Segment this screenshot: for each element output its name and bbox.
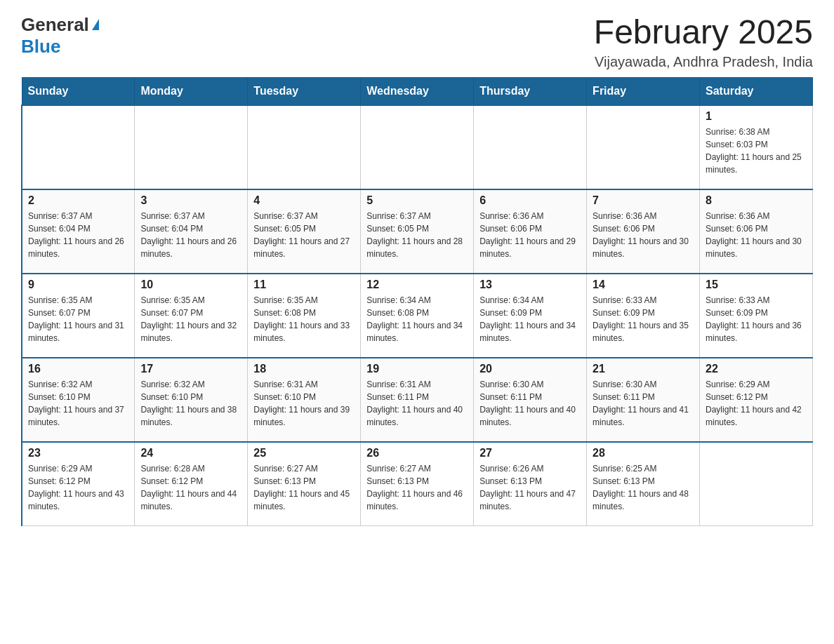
- logo: General Blue: [21, 14, 99, 58]
- day-number: 27: [479, 447, 581, 459]
- day-of-week-header: Thursday: [474, 77, 587, 105]
- day-info: Sunrise: 6:36 AM Sunset: 6:06 PM Dayligh…: [706, 210, 807, 260]
- logo-blue-text: Blue: [21, 36, 60, 57]
- day-info: Sunrise: 6:32 AM Sunset: 6:10 PM Dayligh…: [140, 378, 241, 429]
- day-info: Sunrise: 6:34 AM Sunset: 6:09 PM Dayligh…: [479, 294, 581, 344]
- logo-general-text: General: [21, 14, 89, 36]
- day-info: Sunrise: 6:25 AM Sunset: 6:13 PM Dayligh…: [593, 462, 694, 513]
- day-info: Sunrise: 6:32 AM Sunset: 6:10 PM Dayligh…: [28, 378, 128, 429]
- day-info: Sunrise: 6:27 AM Sunset: 6:13 PM Dayligh…: [366, 462, 468, 513]
- calendar-cell: 17Sunrise: 6:32 AM Sunset: 6:10 PM Dayli…: [135, 358, 248, 442]
- day-number: 20: [479, 363, 581, 375]
- calendar-week-row: 1Sunrise: 6:38 AM Sunset: 6:03 PM Daylig…: [22, 105, 813, 189]
- calendar-cell: [474, 105, 587, 189]
- calendar-cell: 12Sunrise: 6:34 AM Sunset: 6:08 PM Dayli…: [361, 274, 474, 358]
- calendar-cell: 14Sunrise: 6:33 AM Sunset: 6:09 PM Dayli…: [587, 274, 700, 358]
- calendar-cell: 27Sunrise: 6:26 AM Sunset: 6:13 PM Dayli…: [474, 442, 587, 526]
- day-number: 23: [28, 447, 128, 459]
- calendar-cell: 9Sunrise: 6:35 AM Sunset: 6:07 PM Daylig…: [22, 274, 135, 358]
- day-number: 8: [706, 194, 807, 207]
- calendar-cell: 23Sunrise: 6:29 AM Sunset: 6:12 PM Dayli…: [22, 442, 135, 526]
- day-number: 14: [593, 279, 694, 291]
- day-of-week-header: Saturday: [700, 77, 813, 105]
- day-number: 24: [140, 447, 241, 459]
- day-info: Sunrise: 6:36 AM Sunset: 6:06 PM Dayligh…: [593, 210, 694, 260]
- day-info: Sunrise: 6:31 AM Sunset: 6:11 PM Dayligh…: [366, 378, 468, 429]
- day-info: Sunrise: 6:37 AM Sunset: 6:04 PM Dayligh…: [28, 210, 128, 260]
- calendar-cell: 19Sunrise: 6:31 AM Sunset: 6:11 PM Dayli…: [361, 358, 474, 442]
- day-of-week-header: Friday: [587, 77, 700, 105]
- calendar-cell: 4Sunrise: 6:37 AM Sunset: 6:05 PM Daylig…: [248, 189, 361, 274]
- day-number: 9: [28, 279, 128, 291]
- day-number: 4: [253, 194, 355, 207]
- day-info: Sunrise: 6:37 AM Sunset: 6:05 PM Dayligh…: [366, 210, 468, 260]
- day-info: Sunrise: 6:33 AM Sunset: 6:09 PM Dayligh…: [593, 294, 694, 344]
- day-info: Sunrise: 6:27 AM Sunset: 6:13 PM Dayligh…: [253, 462, 355, 513]
- calendar-cell: 15Sunrise: 6:33 AM Sunset: 6:09 PM Dayli…: [700, 274, 813, 358]
- day-info: Sunrise: 6:37 AM Sunset: 6:04 PM Dayligh…: [140, 210, 241, 260]
- calendar-week-row: 23Sunrise: 6:29 AM Sunset: 6:12 PM Dayli…: [22, 442, 813, 526]
- calendar-cell: 18Sunrise: 6:31 AM Sunset: 6:10 PM Dayli…: [248, 358, 361, 442]
- day-number: 7: [593, 194, 694, 207]
- day-of-week-header: Monday: [135, 77, 248, 105]
- day-number: 13: [479, 279, 581, 291]
- calendar-cell: 5Sunrise: 6:37 AM Sunset: 6:05 PM Daylig…: [361, 189, 474, 274]
- calendar-cell: [587, 105, 700, 189]
- calendar-cell: [700, 442, 813, 526]
- title-section: February 2025 Vijayawada, Andhra Pradesh…: [594, 14, 813, 70]
- day-info: Sunrise: 6:30 AM Sunset: 6:11 PM Dayligh…: [479, 378, 581, 429]
- day-number: 19: [366, 363, 468, 375]
- calendar-header-row: SundayMondayTuesdayWednesdayThursdayFrid…: [22, 77, 813, 105]
- day-info: Sunrise: 6:31 AM Sunset: 6:10 PM Dayligh…: [253, 378, 355, 429]
- day-number: 6: [479, 194, 581, 207]
- day-number: 26: [366, 447, 468, 459]
- day-info: Sunrise: 6:35 AM Sunset: 6:08 PM Dayligh…: [253, 294, 355, 344]
- day-of-week-header: Tuesday: [248, 77, 361, 105]
- calendar-cell: 6Sunrise: 6:36 AM Sunset: 6:06 PM Daylig…: [474, 189, 587, 274]
- calendar-cell: [22, 105, 135, 189]
- location-text: Vijayawada, Andhra Pradesh, India: [594, 54, 813, 70]
- day-info: Sunrise: 6:38 AM Sunset: 6:03 PM Dayligh…: [706, 126, 807, 176]
- day-info: Sunrise: 6:33 AM Sunset: 6:09 PM Dayligh…: [706, 294, 807, 344]
- calendar-cell: 8Sunrise: 6:36 AM Sunset: 6:06 PM Daylig…: [700, 189, 813, 274]
- day-of-week-header: Sunday: [22, 77, 135, 105]
- day-number: 10: [140, 279, 241, 291]
- day-number: 1: [706, 110, 807, 123]
- day-info: Sunrise: 6:36 AM Sunset: 6:06 PM Dayligh…: [479, 210, 581, 260]
- calendar-cell: 11Sunrise: 6:35 AM Sunset: 6:08 PM Dayli…: [248, 274, 361, 358]
- day-info: Sunrise: 6:29 AM Sunset: 6:12 PM Dayligh…: [28, 462, 128, 513]
- day-info: Sunrise: 6:26 AM Sunset: 6:13 PM Dayligh…: [479, 462, 581, 513]
- calendar-cell: 26Sunrise: 6:27 AM Sunset: 6:13 PM Dayli…: [361, 442, 474, 526]
- calendar-cell: [135, 105, 248, 189]
- day-info: Sunrise: 6:35 AM Sunset: 6:07 PM Dayligh…: [28, 294, 128, 344]
- calendar-cell: 22Sunrise: 6:29 AM Sunset: 6:12 PM Dayli…: [700, 358, 813, 442]
- page-header: General Blue February 2025 Vijayawada, A…: [21, 14, 813, 70]
- calendar-cell: 3Sunrise: 6:37 AM Sunset: 6:04 PM Daylig…: [135, 189, 248, 274]
- calendar-cell: 2Sunrise: 6:37 AM Sunset: 6:04 PM Daylig…: [22, 189, 135, 274]
- calendar-cell: 24Sunrise: 6:28 AM Sunset: 6:12 PM Dayli…: [135, 442, 248, 526]
- day-info: Sunrise: 6:35 AM Sunset: 6:07 PM Dayligh…: [140, 294, 241, 344]
- day-number: 11: [253, 279, 355, 291]
- day-info: Sunrise: 6:37 AM Sunset: 6:05 PM Dayligh…: [253, 210, 355, 260]
- day-number: 12: [366, 279, 468, 291]
- day-number: 25: [253, 447, 355, 459]
- day-number: 5: [366, 194, 468, 207]
- calendar-cell: 16Sunrise: 6:32 AM Sunset: 6:10 PM Dayli…: [22, 358, 135, 442]
- calendar-cell: [248, 105, 361, 189]
- day-number: 28: [593, 447, 694, 459]
- calendar-cell: 1Sunrise: 6:38 AM Sunset: 6:03 PM Daylig…: [700, 105, 813, 189]
- day-info: Sunrise: 6:34 AM Sunset: 6:08 PM Dayligh…: [366, 294, 468, 344]
- day-number: 17: [140, 363, 241, 375]
- calendar-cell: 10Sunrise: 6:35 AM Sunset: 6:07 PM Dayli…: [135, 274, 248, 358]
- day-number: 21: [593, 363, 694, 375]
- month-title: February 2025: [594, 14, 813, 51]
- day-number: 16: [28, 363, 128, 375]
- day-number: 22: [706, 363, 807, 375]
- calendar-cell: [361, 105, 474, 189]
- calendar-cell: 20Sunrise: 6:30 AM Sunset: 6:11 PM Dayli…: [474, 358, 587, 442]
- calendar-week-row: 16Sunrise: 6:32 AM Sunset: 6:10 PM Dayli…: [22, 358, 813, 442]
- day-number: 15: [706, 279, 807, 291]
- calendar-table: SundayMondayTuesdayWednesdayThursdayFrid…: [21, 77, 813, 527]
- calendar-cell: 28Sunrise: 6:25 AM Sunset: 6:13 PM Dayli…: [587, 442, 700, 526]
- day-info: Sunrise: 6:29 AM Sunset: 6:12 PM Dayligh…: [706, 378, 807, 429]
